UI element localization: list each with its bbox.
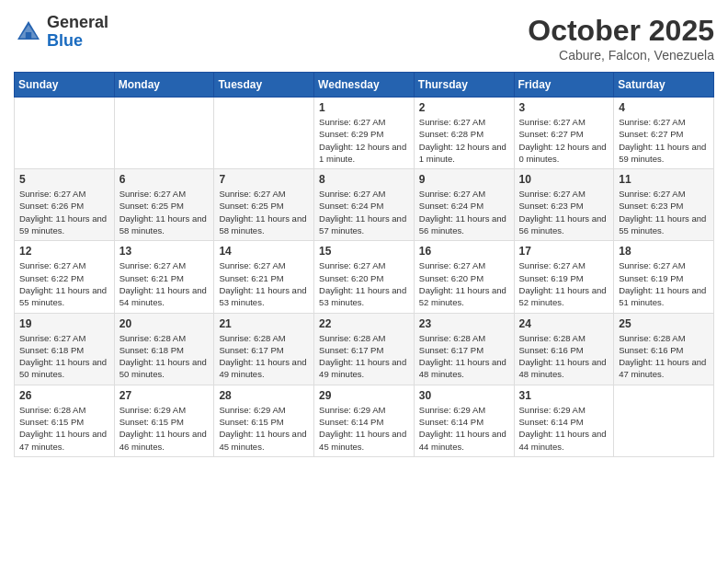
table-row: 20 Sunrise: 6:28 AMSunset: 6:18 PMDaylig… <box>114 313 214 385</box>
table-row: 6 Sunrise: 6:27 AMSunset: 6:25 PMDayligh… <box>114 169 214 241</box>
table-row: 31 Sunrise: 6:29 AMSunset: 6:14 PMDaylig… <box>514 385 614 456</box>
day-number: 20 <box>119 317 210 330</box>
day-number: 4 <box>619 101 709 114</box>
day-number: 13 <box>119 245 210 258</box>
day-info: Sunrise: 6:28 AMSunset: 6:17 PMDaylight:… <box>319 332 409 381</box>
col-friday: Friday <box>514 73 614 98</box>
table-row: 19 Sunrise: 6:27 AMSunset: 6:18 PMDaylig… <box>15 313 115 385</box>
day-number: 26 <box>19 389 109 402</box>
table-row: 15 Sunrise: 6:27 AMSunset: 6:20 PMDaylig… <box>314 241 415 313</box>
table-row: 26 Sunrise: 6:28 AMSunset: 6:15 PMDaylig… <box>15 385 115 456</box>
day-number: 15 <box>319 245 409 258</box>
table-row: 5 Sunrise: 6:27 AMSunset: 6:26 PMDayligh… <box>15 169 115 241</box>
day-number: 22 <box>319 317 409 330</box>
calendar-week-1: 1 Sunrise: 6:27 AMSunset: 6:29 PMDayligh… <box>15 98 714 169</box>
title-block: October 2025 Cabure, Falcon, Venezuela <box>528 14 714 63</box>
day-info: Sunrise: 6:27 AMSunset: 6:24 PMDaylight:… <box>419 188 509 236</box>
day-info: Sunrise: 6:27 AMSunset: 6:21 PMDaylight:… <box>219 259 309 308</box>
logo-text: General Blue <box>47 14 108 51</box>
header-row: Sunday Monday Tuesday Wednesday Thursday… <box>15 73 714 98</box>
day-info: Sunrise: 6:27 AMSunset: 6:27 PMDaylight:… <box>619 116 709 165</box>
table-row: 25 Sunrise: 6:28 AMSunset: 6:16 PMDaylig… <box>614 313 714 385</box>
day-info: Sunrise: 6:27 AMSunset: 6:25 PMDaylight:… <box>219 188 309 236</box>
day-info: Sunrise: 6:27 AMSunset: 6:23 PMDaylight:… <box>519 188 609 236</box>
day-number: 11 <box>619 173 709 186</box>
table-row: 3 Sunrise: 6:27 AMSunset: 6:27 PMDayligh… <box>514 98 614 169</box>
day-number: 18 <box>619 245 709 258</box>
calendar-week-4: 19 Sunrise: 6:27 AMSunset: 6:18 PMDaylig… <box>15 313 714 385</box>
day-number: 16 <box>419 245 509 258</box>
day-info: Sunrise: 6:28 AMSunset: 6:16 PMDaylight:… <box>519 332 609 381</box>
table-row: 10 Sunrise: 6:27 AMSunset: 6:23 PMDaylig… <box>514 169 614 241</box>
calendar-table: Sunday Monday Tuesday Wednesday Thursday… <box>14 72 714 457</box>
logo: General Blue <box>14 14 108 51</box>
day-info: Sunrise: 6:28 AMSunset: 6:18 PMDaylight:… <box>119 332 210 381</box>
table-row <box>114 98 214 169</box>
table-row: 18 Sunrise: 6:27 AMSunset: 6:19 PMDaylig… <box>614 241 714 313</box>
day-info: Sunrise: 6:27 AMSunset: 6:20 PMDaylight:… <box>419 259 509 308</box>
table-row: 21 Sunrise: 6:28 AMSunset: 6:17 PMDaylig… <box>214 313 314 385</box>
logo-icon <box>14 17 43 47</box>
calendar-week-5: 26 Sunrise: 6:28 AMSunset: 6:15 PMDaylig… <box>15 385 714 456</box>
col-thursday: Thursday <box>414 73 514 98</box>
table-row: 14 Sunrise: 6:27 AMSunset: 6:21 PMDaylig… <box>214 241 314 313</box>
day-info: Sunrise: 6:29 AMSunset: 6:14 PMDaylight:… <box>319 404 409 453</box>
day-info: Sunrise: 6:28 AMSunset: 6:16 PMDaylight:… <box>619 332 709 381</box>
location: Cabure, Falcon, Venezuela <box>528 48 714 63</box>
day-number: 5 <box>19 173 109 186</box>
month-title: October 2025 <box>528 14 714 48</box>
table-row: 9 Sunrise: 6:27 AMSunset: 6:24 PMDayligh… <box>414 169 514 241</box>
day-number: 31 <box>519 389 609 402</box>
day-info: Sunrise: 6:27 AMSunset: 6:18 PMDaylight:… <box>19 332 109 381</box>
day-info: Sunrise: 6:28 AMSunset: 6:15 PMDaylight:… <box>19 404 109 453</box>
day-number: 8 <box>319 173 409 186</box>
day-number: 7 <box>219 173 309 186</box>
day-number: 2 <box>419 101 509 114</box>
table-row: 27 Sunrise: 6:29 AMSunset: 6:15 PMDaylig… <box>114 385 214 456</box>
day-number: 21 <box>219 317 309 330</box>
day-info: Sunrise: 6:27 AMSunset: 6:19 PMDaylight:… <box>519 259 609 308</box>
table-row: 17 Sunrise: 6:27 AMSunset: 6:19 PMDaylig… <box>514 241 614 313</box>
day-info: Sunrise: 6:29 AMSunset: 6:14 PMDaylight:… <box>419 404 509 453</box>
table-row: 12 Sunrise: 6:27 AMSunset: 6:22 PMDaylig… <box>15 241 115 313</box>
day-number: 28 <box>219 389 309 402</box>
table-row <box>614 385 714 456</box>
day-number: 19 <box>19 317 109 330</box>
day-number: 23 <box>419 317 509 330</box>
col-wednesday: Wednesday <box>314 73 415 98</box>
logo-general: General <box>47 14 108 32</box>
logo-blue: Blue <box>47 32 108 51</box>
col-sunday: Sunday <box>15 73 115 98</box>
day-number: 9 <box>419 173 509 186</box>
day-info: Sunrise: 6:27 AMSunset: 6:23 PMDaylight:… <box>619 188 709 236</box>
table-row: 7 Sunrise: 6:27 AMSunset: 6:25 PMDayligh… <box>214 169 314 241</box>
page-header: General Blue October 2025 Cabure, Falcon… <box>14 14 714 63</box>
day-number: 14 <box>219 245 309 258</box>
day-number: 6 <box>119 173 210 186</box>
table-row: 8 Sunrise: 6:27 AMSunset: 6:24 PMDayligh… <box>314 169 415 241</box>
day-info: Sunrise: 6:27 AMSunset: 6:21 PMDaylight:… <box>119 259 210 308</box>
day-number: 25 <box>619 317 709 330</box>
table-row: 16 Sunrise: 6:27 AMSunset: 6:20 PMDaylig… <box>414 241 514 313</box>
day-info: Sunrise: 6:27 AMSunset: 6:24 PMDaylight:… <box>319 188 409 236</box>
table-row: 22 Sunrise: 6:28 AMSunset: 6:17 PMDaylig… <box>314 313 415 385</box>
day-info: Sunrise: 6:27 AMSunset: 6:20 PMDaylight:… <box>319 259 409 308</box>
table-row: 4 Sunrise: 6:27 AMSunset: 6:27 PMDayligh… <box>614 98 714 169</box>
table-row: 29 Sunrise: 6:29 AMSunset: 6:14 PMDaylig… <box>314 385 415 456</box>
col-saturday: Saturday <box>614 73 714 98</box>
day-number: 1 <box>319 101 409 114</box>
day-info: Sunrise: 6:27 AMSunset: 6:29 PMDaylight:… <box>319 116 409 165</box>
day-info: Sunrise: 6:29 AMSunset: 6:15 PMDaylight:… <box>119 404 210 453</box>
day-number: 3 <box>519 101 609 114</box>
day-info: Sunrise: 6:28 AMSunset: 6:17 PMDaylight:… <box>419 332 509 381</box>
col-tuesday: Tuesday <box>214 73 314 98</box>
day-info: Sunrise: 6:27 AMSunset: 6:26 PMDaylight:… <box>19 188 109 236</box>
day-number: 24 <box>519 317 609 330</box>
table-row <box>15 98 115 169</box>
col-monday: Monday <box>114 73 214 98</box>
table-row: 23 Sunrise: 6:28 AMSunset: 6:17 PMDaylig… <box>414 313 514 385</box>
table-row: 13 Sunrise: 6:27 AMSunset: 6:21 PMDaylig… <box>114 241 214 313</box>
day-info: Sunrise: 6:27 AMSunset: 6:25 PMDaylight:… <box>119 188 210 236</box>
table-row <box>214 98 314 169</box>
day-number: 29 <box>319 389 409 402</box>
